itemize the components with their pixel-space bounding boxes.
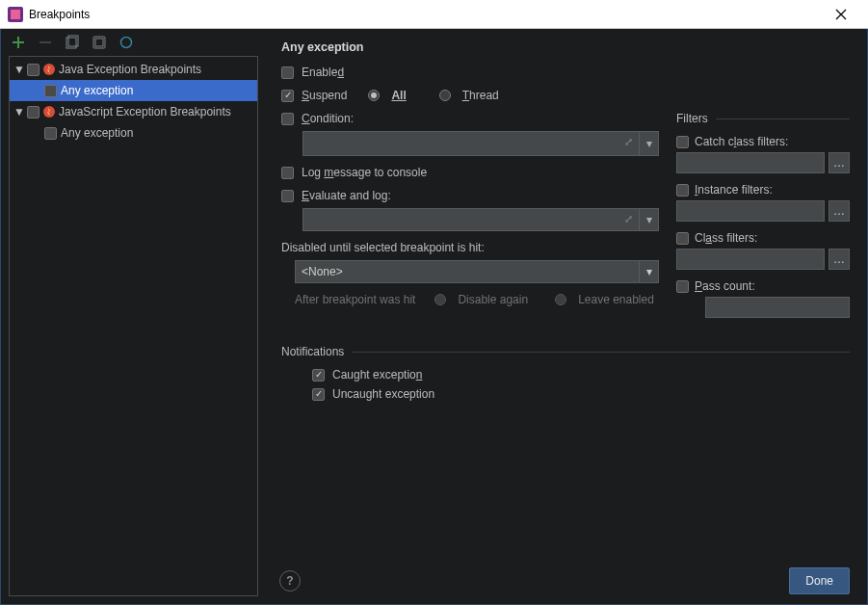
filters-title: Filters bbox=[676, 112, 850, 125]
class-filters-browse-button[interactable]: … bbox=[829, 249, 850, 270]
tree-item-any-exception-java[interactable]: Any exception bbox=[10, 80, 257, 101]
left-panel: ▼ Java Exception Breakpoints Any excepti… bbox=[1, 29, 266, 604]
exception-breakpoint-icon bbox=[43, 64, 55, 75]
remove-breakpoint-button[interactable] bbox=[38, 35, 53, 50]
suspend-thread-radio[interactable] bbox=[439, 90, 451, 101]
log-message-label: Log message to console bbox=[302, 166, 427, 179]
breakpoints-dialog: Breakpoints bbox=[0, 0, 868, 605]
dropdown-icon[interactable]: ▾ bbox=[639, 261, 658, 282]
instance-filters-checkbox[interactable] bbox=[676, 184, 689, 197]
group-by-file-icon[interactable] bbox=[65, 35, 80, 50]
catch-filters-browse-button[interactable]: … bbox=[829, 152, 850, 173]
app-icon bbox=[8, 7, 23, 22]
instance-filters-input[interactable] bbox=[676, 200, 825, 222]
class-filters-input[interactable] bbox=[676, 249, 825, 270]
disable-again-label: Disable again bbox=[458, 293, 528, 306]
tree-item-any-exception-js[interactable]: Any exception bbox=[10, 122, 257, 144]
condition-label: Condition: bbox=[302, 112, 354, 125]
group-checkbox[interactable] bbox=[27, 64, 39, 76]
tree-group-java-exception[interactable]: ▼ Java Exception Breakpoints bbox=[10, 59, 257, 80]
svg-rect-5 bbox=[95, 39, 103, 46]
titlebar: Breakpoints bbox=[0, 0, 868, 29]
suspend-thread-label: Thread bbox=[462, 89, 499, 102]
tree-item-label: Any exception bbox=[61, 84, 133, 97]
select-value: <None> bbox=[302, 265, 343, 278]
tree-toolbar bbox=[1, 29, 266, 56]
uncaught-exception-checkbox[interactable] bbox=[312, 388, 325, 401]
tree-group-label: JavaScript Exception Breakpoints bbox=[59, 105, 231, 118]
window-title: Breakpoints bbox=[29, 8, 90, 21]
help-button[interactable]: ? bbox=[279, 570, 301, 592]
expand-icon[interactable]: ▼ bbox=[13, 63, 23, 76]
tree-item-label: Any exception bbox=[61, 126, 133, 140]
add-breakpoint-button[interactable] bbox=[11, 35, 26, 50]
evaluate-log-label: Evaluate and log: bbox=[302, 189, 391, 202]
svg-rect-1 bbox=[11, 10, 20, 19]
catch-filters-input[interactable] bbox=[676, 152, 825, 173]
exception-breakpoint-icon bbox=[43, 106, 55, 118]
dropdown-icon[interactable]: ▾ bbox=[639, 132, 658, 155]
item-checkbox[interactable] bbox=[44, 85, 57, 97]
suspend-checkbox[interactable] bbox=[281, 90, 294, 102]
breakpoint-tree[interactable]: ▼ Java Exception Breakpoints Any excepti… bbox=[9, 56, 258, 596]
class-filters-label: Class filters: bbox=[695, 231, 757, 245]
instance-filters-label: Instance filters: bbox=[695, 183, 773, 197]
disable-again-radio bbox=[434, 294, 446, 305]
condition-checkbox[interactable] bbox=[281, 113, 294, 125]
tree-group-js-exception[interactable]: ▼ JavaScript Exception Breakpoints bbox=[10, 101, 257, 122]
disabled-until-label: Disabled until selected breakpoint is hi… bbox=[281, 241, 485, 254]
expand-icon[interactable]: ▼ bbox=[13, 105, 23, 118]
expand-icon[interactable]: ⤢ bbox=[624, 213, 633, 225]
suspend-label: Suspend bbox=[302, 89, 347, 102]
panel-heading: Any exception bbox=[281, 40, 850, 54]
caught-exception-checkbox[interactable] bbox=[312, 369, 325, 381]
dropdown-icon[interactable]: ▾ bbox=[639, 209, 658, 230]
group-by-class-icon[interactable] bbox=[118, 35, 134, 50]
suspend-all-label: All bbox=[391, 89, 406, 102]
log-message-checkbox[interactable] bbox=[281, 167, 294, 179]
enabled-label: Enabled bbox=[302, 66, 344, 79]
expand-icon[interactable]: ⤢ bbox=[624, 136, 633, 148]
disabled-until-select[interactable]: <None> ▾ bbox=[295, 260, 659, 283]
leave-enabled-label: Leave enabled bbox=[578, 293, 654, 306]
done-button[interactable]: Done bbox=[789, 567, 850, 594]
svg-point-6 bbox=[121, 38, 132, 48]
group-checkbox[interactable] bbox=[27, 106, 39, 118]
after-hit-label: After breakpoint was hit bbox=[295, 293, 415, 306]
group-by-package-icon[interactable] bbox=[92, 35, 107, 50]
catch-filters-label: Catch class filters: bbox=[695, 135, 788, 148]
instance-filters-browse-button[interactable]: … bbox=[829, 200, 850, 222]
evaluate-log-input[interactable]: ⤢ ▾ bbox=[302, 208, 659, 231]
evaluate-log-checkbox[interactable] bbox=[281, 190, 294, 202]
details-panel: Any exception Enabled Suspend All Thread bbox=[266, 29, 867, 604]
caught-exception-label: Caught exception bbox=[332, 368, 422, 381]
catch-filters-checkbox[interactable] bbox=[676, 136, 689, 148]
pass-count-input[interactable] bbox=[705, 297, 850, 318]
pass-count-checkbox[interactable] bbox=[676, 280, 689, 293]
class-filters-checkbox[interactable] bbox=[676, 232, 689, 245]
enabled-checkbox[interactable] bbox=[281, 66, 294, 79]
item-checkbox[interactable] bbox=[44, 127, 57, 140]
leave-enabled-radio bbox=[555, 294, 566, 305]
notifications-title: Notifications bbox=[281, 345, 850, 358]
filters-panel: Filters Catch class filters: … Instance … bbox=[676, 112, 850, 328]
suspend-all-radio[interactable] bbox=[368, 90, 380, 101]
close-button[interactable] bbox=[822, 0, 860, 29]
tree-group-label: Java Exception Breakpoints bbox=[59, 63, 201, 76]
pass-count-label: Pass count: bbox=[695, 279, 755, 293]
condition-input[interactable]: ⤢ ▾ bbox=[302, 131, 659, 156]
uncaught-exception-label: Uncaught exception bbox=[332, 387, 434, 401]
